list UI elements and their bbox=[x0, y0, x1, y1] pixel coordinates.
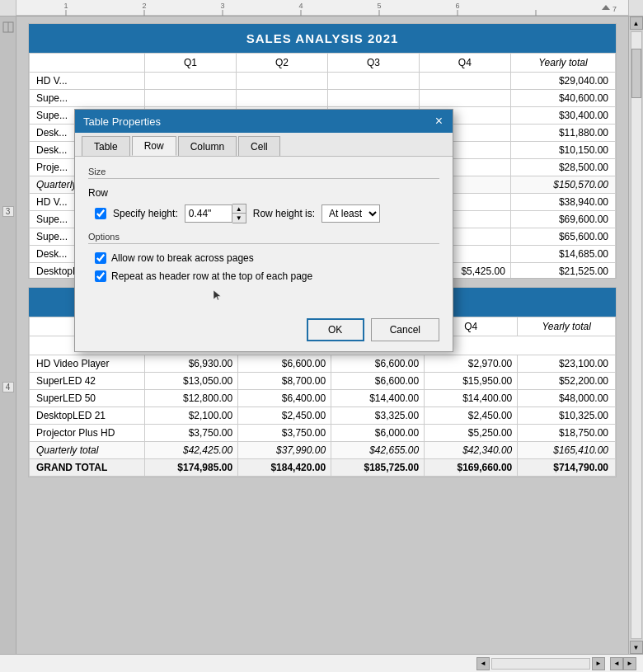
ok-button[interactable]: OK bbox=[307, 318, 364, 341]
svg-text:1: 1 bbox=[63, 2, 68, 10]
svg-text:7: 7 bbox=[612, 5, 617, 13]
height-decrement-button[interactable]: ▼ bbox=[232, 214, 246, 223]
table-properties-dialog[interactable]: Table Properties × Table Row Column Cell… bbox=[74, 109, 453, 352]
table1-col-q2: Q2 bbox=[236, 54, 327, 73]
row-subsection-label: Row bbox=[88, 187, 439, 199]
size-section-label: Size bbox=[88, 167, 439, 179]
dialog-footer: OK Cancel bbox=[75, 312, 453, 351]
table-row: HD V... $29,040.00 bbox=[30, 73, 616, 90]
height-increment-button[interactable]: ▲ bbox=[232, 204, 246, 214]
tab-table[interactable]: Table bbox=[82, 136, 130, 156]
table-row: Projector Plus HD $3,750.00 $3,750.00 $6… bbox=[30, 425, 616, 442]
vertical-scrollbar[interactable]: ▲ ▼ bbox=[628, 16, 643, 654]
cancel-button[interactable]: Cancel bbox=[371, 318, 439, 341]
dialog-tabs: Table Row Column Cell bbox=[75, 133, 453, 157]
tab-cell[interactable]: Cell bbox=[238, 136, 280, 156]
quarterly-total-row: Quarterly total $42,425.00 $37,990.00 $4… bbox=[30, 442, 616, 459]
svg-text:5: 5 bbox=[377, 2, 381, 10]
svg-text:4: 4 bbox=[298, 2, 303, 10]
scroll-track[interactable] bbox=[631, 31, 642, 639]
dialog-body: Size Row Specify height: ▲ ▼ bbox=[75, 157, 453, 312]
table-row: DesktopLED 21 $2,100.00 $2,450.00 $3,325… bbox=[30, 407, 616, 425]
scroll-right-button[interactable]: ► bbox=[592, 657, 605, 670]
allow-break-checkbox[interactable] bbox=[95, 252, 106, 264]
allow-break-label: Allow row to break across pages bbox=[111, 252, 254, 264]
scroll-thumb[interactable] bbox=[631, 49, 641, 98]
svg-text:3: 3 bbox=[220, 2, 224, 10]
tab-row[interactable]: Row bbox=[132, 136, 176, 156]
dialog-close-button[interactable]: × bbox=[434, 115, 444, 128]
left-sidebar-icon bbox=[2, 21, 14, 33]
svg-text:6: 6 bbox=[455, 2, 459, 10]
table1-header: SALES ANALYSIS 2021 bbox=[29, 24, 616, 53]
table-row: HD Video Player $6,930.00 $6,600.00 $6,6… bbox=[30, 355, 616, 373]
scroll-down-button[interactable]: ▼ bbox=[630, 641, 643, 654]
tab-column[interactable]: Column bbox=[178, 136, 237, 156]
height-input[interactable] bbox=[185, 204, 232, 223]
table2-col-yearly: Yearly total bbox=[518, 317, 616, 336]
horizontal-scrollbar[interactable]: ◄ ► bbox=[476, 657, 605, 670]
grand-total-row: GRAND TOTAL $174,985.00 $184,420.00 $185… bbox=[30, 459, 616, 477]
options-section-label: Options bbox=[88, 232, 439, 244]
mouse-cursor-icon bbox=[212, 289, 225, 302]
table-row: Supe... $40,600.00 bbox=[30, 90, 616, 107]
svg-marker-18 bbox=[214, 290, 221, 300]
table1-col-q4: Q4 bbox=[419, 54, 510, 73]
table1-col-yearly: Yearly total bbox=[510, 54, 615, 73]
page-next-button[interactable]: ► bbox=[623, 657, 636, 670]
specify-height-label: Specify height: bbox=[113, 208, 178, 219]
page-marker-4: 4 bbox=[2, 382, 14, 392]
svg-text:2: 2 bbox=[142, 2, 146, 10]
svg-marker-14 bbox=[602, 5, 610, 10]
row-height-select[interactable]: At least Exactly bbox=[322, 204, 380, 223]
specify-height-checkbox[interactable] bbox=[95, 208, 106, 219]
h-scroll-track[interactable] bbox=[491, 658, 590, 670]
dialog-title: Table Properties bbox=[83, 115, 161, 128]
dialog-title-bar: Table Properties × bbox=[75, 110, 453, 133]
scroll-up-button[interactable]: ▲ bbox=[630, 16, 643, 30]
repeat-header-checkbox[interactable] bbox=[95, 270, 106, 282]
table-row: SuperLED 50 $12,800.00 $6,400.00 $14,400… bbox=[30, 390, 616, 407]
page-prev-button[interactable]: ◄ bbox=[610, 657, 623, 670]
scroll-left-button[interactable]: ◄ bbox=[476, 657, 490, 670]
page-nav: ◄ ► bbox=[610, 657, 636, 670]
status-bar: ◄ ► ◄ ► bbox=[0, 654, 643, 672]
repeat-header-label: Repeat as header row at the top of each … bbox=[111, 270, 312, 282]
row-height-is-label: Row height is: bbox=[253, 208, 315, 219]
page-marker-3: 3 bbox=[2, 206, 14, 217]
table-row: SuperLED 42 $13,050.00 $8,700.00 $6,600.… bbox=[30, 373, 616, 390]
table1-col-q3: Q3 bbox=[327, 54, 419, 73]
table1-col-q1: Q1 bbox=[145, 54, 237, 73]
